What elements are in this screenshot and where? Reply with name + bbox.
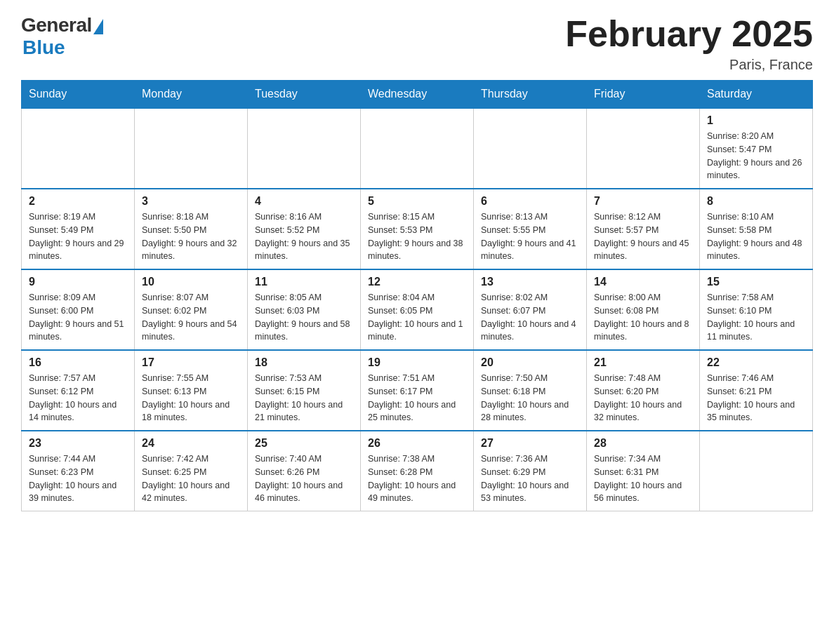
day-info: Sunrise: 8:04 AMSunset: 6:05 PMDaylight:…	[368, 291, 466, 344]
day-number: 28	[594, 437, 692, 450]
day-info: Sunrise: 7:50 AMSunset: 6:18 PMDaylight:…	[481, 372, 579, 424]
day-cell: 11Sunrise: 8:05 AMSunset: 6:03 PMDayligh…	[248, 269, 361, 350]
week-row-5: 23Sunrise: 7:44 AMSunset: 6:23 PMDayligh…	[22, 431, 813, 511]
day-number: 15	[707, 276, 805, 288]
logo: General Blue	[21, 14, 103, 59]
day-cell: 27Sunrise: 7:36 AMSunset: 6:29 PMDayligh…	[474, 431, 587, 511]
day-cell: 7Sunrise: 8:12 AMSunset: 5:57 PMDaylight…	[587, 189, 700, 269]
day-info: Sunrise: 8:12 AMSunset: 5:57 PMDaylight:…	[594, 210, 692, 263]
day-info: Sunrise: 7:55 AMSunset: 6:13 PMDaylight:…	[142, 372, 240, 424]
day-cell: 3Sunrise: 8:18 AMSunset: 5:50 PMDaylight…	[135, 189, 248, 269]
weekday-header-saturday: Saturday	[700, 81, 813, 109]
day-cell: 18Sunrise: 7:53 AMSunset: 6:15 PMDayligh…	[248, 350, 361, 431]
day-number: 7	[594, 195, 692, 208]
day-number: 5	[368, 195, 466, 208]
day-cell: 26Sunrise: 7:38 AMSunset: 6:28 PMDayligh…	[361, 431, 474, 511]
day-cell: 9Sunrise: 8:09 AMSunset: 6:00 PMDaylight…	[22, 269, 135, 350]
day-number: 14	[594, 276, 692, 288]
calendar-body: 1Sunrise: 8:20 AMSunset: 5:47 PMDaylight…	[22, 108, 813, 511]
day-info: Sunrise: 8:19 AMSunset: 5:49 PMDaylight:…	[29, 210, 127, 263]
day-cell: 24Sunrise: 7:42 AMSunset: 6:25 PMDayligh…	[135, 431, 248, 511]
day-cell: 1Sunrise: 8:20 AMSunset: 5:47 PMDaylight…	[700, 108, 813, 189]
day-info: Sunrise: 7:44 AMSunset: 6:23 PMDaylight:…	[29, 452, 127, 505]
day-cell: 4Sunrise: 8:16 AMSunset: 5:52 PMDaylight…	[248, 189, 361, 269]
day-cell: 13Sunrise: 8:02 AMSunset: 6:07 PMDayligh…	[474, 269, 587, 350]
day-info: Sunrise: 8:02 AMSunset: 6:07 PMDaylight:…	[481, 291, 579, 344]
day-number: 27	[481, 437, 579, 450]
logo-blue-text: Blue	[22, 36, 65, 59]
day-cell: 2Sunrise: 8:19 AMSunset: 5:49 PMDaylight…	[22, 189, 135, 269]
day-info: Sunrise: 7:42 AMSunset: 6:25 PMDaylight:…	[142, 452, 240, 505]
day-number: 11	[255, 276, 353, 288]
day-info: Sunrise: 8:20 AMSunset: 5:47 PMDaylight:…	[707, 130, 805, 182]
day-cell	[361, 108, 474, 189]
day-cell	[22, 108, 135, 189]
day-info: Sunrise: 8:05 AMSunset: 6:03 PMDaylight:…	[255, 291, 353, 344]
day-info: Sunrise: 7:57 AMSunset: 6:12 PMDaylight:…	[29, 372, 127, 424]
day-info: Sunrise: 8:13 AMSunset: 5:55 PMDaylight:…	[481, 210, 579, 263]
week-row-4: 16Sunrise: 7:57 AMSunset: 6:12 PMDayligh…	[22, 350, 813, 431]
day-number: 26	[368, 437, 466, 450]
weekday-header-monday: Monday	[135, 81, 248, 109]
day-cell: 15Sunrise: 7:58 AMSunset: 6:10 PMDayligh…	[700, 269, 813, 350]
day-number: 6	[481, 195, 579, 208]
day-info: Sunrise: 8:00 AMSunset: 6:08 PMDaylight:…	[594, 291, 692, 344]
title-block: February 2025 Paris, France	[565, 14, 813, 73]
day-info: Sunrise: 8:16 AMSunset: 5:52 PMDaylight:…	[255, 210, 353, 263]
day-number: 2	[29, 195, 127, 208]
day-cell	[474, 108, 587, 189]
day-number: 10	[142, 276, 240, 288]
day-cell	[700, 431, 813, 511]
weekday-header-row: SundayMondayTuesdayWednesdayThursdayFrid…	[22, 81, 813, 109]
day-info: Sunrise: 7:58 AMSunset: 6:10 PMDaylight:…	[707, 291, 805, 344]
calendar-header: SundayMondayTuesdayWednesdayThursdayFrid…	[22, 81, 813, 109]
day-cell	[248, 108, 361, 189]
day-cell: 22Sunrise: 7:46 AMSunset: 6:21 PMDayligh…	[700, 350, 813, 431]
day-info: Sunrise: 7:46 AMSunset: 6:21 PMDaylight:…	[707, 372, 805, 424]
day-info: Sunrise: 7:36 AMSunset: 6:29 PMDaylight:…	[481, 452, 579, 505]
week-row-2: 2Sunrise: 8:19 AMSunset: 5:49 PMDaylight…	[22, 189, 813, 269]
day-info: Sunrise: 7:38 AMSunset: 6:28 PMDaylight:…	[368, 452, 466, 505]
day-number: 12	[368, 276, 466, 288]
month-title: February 2025	[565, 14, 813, 54]
day-cell: 28Sunrise: 7:34 AMSunset: 6:31 PMDayligh…	[587, 431, 700, 511]
day-cell	[587, 108, 700, 189]
day-info: Sunrise: 8:09 AMSunset: 6:00 PMDaylight:…	[29, 291, 127, 344]
day-cell: 19Sunrise: 7:51 AMSunset: 6:17 PMDayligh…	[361, 350, 474, 431]
day-info: Sunrise: 7:48 AMSunset: 6:20 PMDaylight:…	[594, 372, 692, 424]
day-cell: 8Sunrise: 8:10 AMSunset: 5:58 PMDaylight…	[700, 189, 813, 269]
day-info: Sunrise: 7:34 AMSunset: 6:31 PMDaylight:…	[594, 452, 692, 505]
day-cell: 23Sunrise: 7:44 AMSunset: 6:23 PMDayligh…	[22, 431, 135, 511]
day-cell: 16Sunrise: 7:57 AMSunset: 6:12 PMDayligh…	[22, 350, 135, 431]
day-number: 19	[368, 356, 466, 369]
day-cell: 25Sunrise: 7:40 AMSunset: 6:26 PMDayligh…	[248, 431, 361, 511]
day-info: Sunrise: 7:40 AMSunset: 6:26 PMDaylight:…	[255, 452, 353, 505]
weekday-header-wednesday: Wednesday	[361, 81, 474, 109]
day-number: 13	[481, 276, 579, 288]
day-number: 22	[707, 356, 805, 369]
weekday-header-tuesday: Tuesday	[248, 81, 361, 109]
page-header: General Blue February 2025 Paris, France	[21, 14, 813, 73]
day-number: 1	[707, 114, 805, 127]
week-row-3: 9Sunrise: 8:09 AMSunset: 6:00 PMDaylight…	[22, 269, 813, 350]
calendar-table: SundayMondayTuesdayWednesdayThursdayFrid…	[21, 80, 813, 511]
day-number: 23	[29, 437, 127, 450]
day-info: Sunrise: 7:51 AMSunset: 6:17 PMDaylight:…	[368, 372, 466, 424]
day-cell: 17Sunrise: 7:55 AMSunset: 6:13 PMDayligh…	[135, 350, 248, 431]
day-cell: 5Sunrise: 8:15 AMSunset: 5:53 PMDaylight…	[361, 189, 474, 269]
logo-triangle-icon	[93, 19, 103, 34]
day-info: Sunrise: 8:10 AMSunset: 5:58 PMDaylight:…	[707, 210, 805, 263]
day-info: Sunrise: 8:18 AMSunset: 5:50 PMDaylight:…	[142, 210, 240, 263]
day-info: Sunrise: 7:53 AMSunset: 6:15 PMDaylight:…	[255, 372, 353, 424]
day-cell: 14Sunrise: 8:00 AMSunset: 6:08 PMDayligh…	[587, 269, 700, 350]
day-number: 3	[142, 195, 240, 208]
weekday-header-friday: Friday	[587, 81, 700, 109]
day-number: 21	[594, 356, 692, 369]
day-number: 25	[255, 437, 353, 450]
week-row-1: 1Sunrise: 8:20 AMSunset: 5:47 PMDaylight…	[22, 108, 813, 189]
day-info: Sunrise: 8:15 AMSunset: 5:53 PMDaylight:…	[368, 210, 466, 263]
logo-general-text: General	[21, 14, 92, 36]
day-cell: 21Sunrise: 7:48 AMSunset: 6:20 PMDayligh…	[587, 350, 700, 431]
day-info: Sunrise: 8:07 AMSunset: 6:02 PMDaylight:…	[142, 291, 240, 344]
day-cell: 10Sunrise: 8:07 AMSunset: 6:02 PMDayligh…	[135, 269, 248, 350]
